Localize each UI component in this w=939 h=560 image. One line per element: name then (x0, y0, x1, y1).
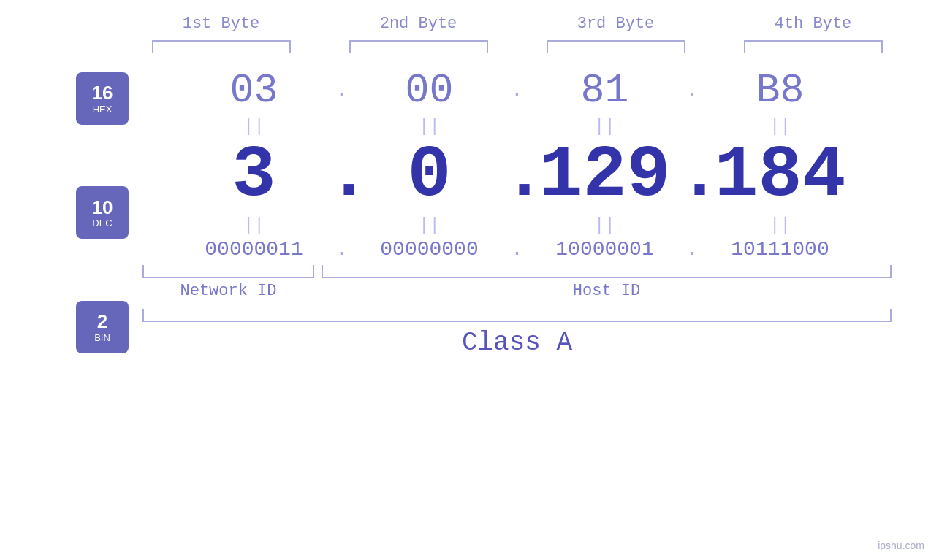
dec-base: DEC (92, 218, 112, 229)
network-id-label: Network ID (142, 282, 314, 300)
hex-dot2: . (503, 81, 532, 101)
bin-b4: 10111000 (707, 238, 854, 261)
hex-b2: 00 (357, 68, 503, 114)
dec-dot2: . (503, 139, 532, 212)
dec-b1: 3 (181, 139, 327, 212)
eq2-b1: || (181, 215, 327, 235)
byte2-header: 2nd Byte (346, 15, 492, 33)
dec-dot3: . (678, 139, 707, 212)
hex-b1: 03 (181, 68, 327, 114)
hex-b3: 81 (532, 68, 678, 114)
hex-dot3: . (678, 81, 707, 101)
dec-dot1: . (327, 139, 357, 212)
bracket-top-3 (547, 40, 685, 53)
equals-row-2: || || || || (142, 215, 892, 235)
bin-row: 00000011 . 00000000 . 10000001 . 1011100… (142, 238, 892, 261)
bracket-top-2 (349, 40, 488, 53)
bracket-top-1 (152, 40, 291, 53)
rows-with-labels: 16 HEX 10 DEC 2 BIN 03 . (47, 68, 892, 358)
byte1-header: 1st Byte (148, 15, 294, 33)
dec-b4: 184 (707, 139, 854, 212)
hex-dot1: . (327, 81, 357, 101)
eq2-b2: || (357, 215, 503, 235)
byte4-header: 4th Byte (740, 15, 886, 33)
dec-badge: 10 DEC (76, 186, 129, 239)
byte-headers: 1st Byte 2nd Byte 3rd Byte 4th Byte (123, 15, 912, 33)
dec-num: 10 (92, 197, 113, 218)
hex-b4: B8 (707, 68, 854, 114)
bin-dot2: . (503, 239, 532, 260)
eq1-b2: || (357, 117, 503, 137)
top-brackets (123, 40, 912, 53)
bottom-brackets-row (142, 265, 892, 278)
bin-badge: 2 BIN (76, 301, 129, 353)
hex-row: 03 . 00 . 81 . B8 (142, 68, 892, 114)
bin-base: BIN (94, 332, 110, 343)
eq1-b3: || (532, 117, 678, 137)
eq1-b4: || (707, 117, 854, 137)
class-bracket (142, 309, 892, 322)
byte3-header: 3rd Byte (543, 15, 689, 33)
bin-b2: 00000000 (357, 238, 503, 261)
main-container: 1st Byte 2nd Byte 3rd Byte 4th Byte 16 H… (0, 0, 939, 560)
bracket-network (142, 265, 314, 278)
bin-b3: 10000001 (532, 238, 678, 261)
bracket-top-4 (744, 40, 883, 53)
hex-badge: 16 HEX (76, 72, 129, 125)
host-id-label: Host ID (322, 282, 892, 300)
bottom-labels-row: Network ID Host ID (142, 282, 892, 300)
dec-row: 3 . 0 . 129 . 184 (142, 139, 892, 212)
bin-dot1: . (327, 239, 357, 260)
eq2-b3: || (532, 215, 678, 235)
dec-b2: 0 (357, 139, 503, 212)
labels-column: 16 HEX 10 DEC 2 BIN (47, 68, 142, 358)
bin-b1: 00000011 (181, 238, 327, 261)
class-label: Class A (142, 328, 892, 358)
eq2-b4: || (707, 215, 854, 235)
hex-num: 16 (92, 83, 113, 104)
hex-base: HEX (93, 104, 113, 115)
dec-b3: 129 (532, 139, 678, 212)
eq1-b1: || (181, 117, 327, 137)
equals-row-1: || || || || (142, 117, 892, 137)
bin-dot3: . (678, 239, 707, 260)
data-columns: 03 . 00 . 81 . B8 || || (142, 68, 892, 358)
watermark: ipshu.com (878, 540, 924, 551)
bin-num: 2 (97, 311, 107, 332)
bracket-host (322, 265, 892, 278)
